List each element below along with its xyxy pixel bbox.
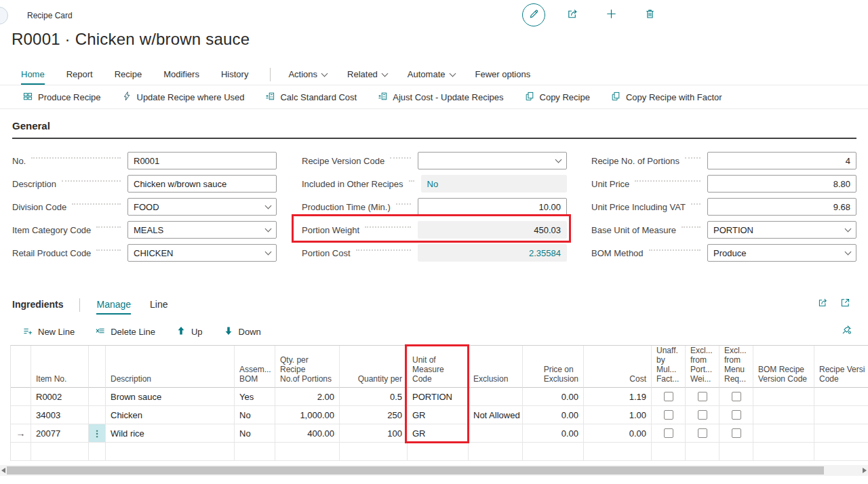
portion-cost-value[interactable]: 2.35584 (418, 244, 567, 262)
tab-home[interactable]: Home (21, 69, 45, 85)
bom-recipe-version-code-cell[interactable] (753, 406, 814, 424)
checkbox-excl-port-row-3[interactable] (698, 428, 707, 438)
general-section-heading[interactable]: General (12, 120, 856, 139)
header-item-no[interactable]: Item No. (31, 346, 89, 388)
edit-button[interactable] (522, 3, 545, 26)
delete-button[interactable] (638, 3, 661, 26)
row-selector-cell[interactable] (11, 388, 31, 406)
price-on-exclusion-cell[interactable]: 0.00 (523, 388, 584, 406)
ajust-cost-update-recipes-button[interactable]: Ajust Cost - Update Recipes (377, 91, 503, 104)
description-cell[interactable]: Chicken (106, 406, 235, 424)
included-in-other-recipes-value[interactable]: No (421, 175, 567, 193)
open-in-new-window-icon[interactable] (840, 297, 851, 311)
description-input[interactable] (127, 175, 277, 193)
cost-cell[interactable]: 1.00 (584, 406, 652, 424)
tab-manage[interactable]: Manage (96, 299, 131, 315)
copy-recipe-with-factor-button[interactable]: Copy Recipe with Factor (610, 91, 722, 104)
produce-recipe-button[interactable]: Produce Recipe (22, 91, 101, 104)
update-recipe-where-used-button[interactable]: Update Recipe where Used (121, 91, 245, 104)
unit-of-measure-cell[interactable]: GR (408, 424, 469, 443)
tab-line[interactable]: Line (150, 299, 167, 315)
horizontal-scrollbar[interactable] (0, 465, 868, 476)
checkbox-excl-menu-row-3[interactable] (732, 428, 741, 438)
checkbox-excl-port-row-1[interactable] (698, 392, 707, 401)
checkbox-excl-port-row-2[interactable] (698, 410, 707, 420)
item-no-cell[interactable]: R0002 (31, 388, 89, 406)
unit-price-input[interactable] (707, 175, 856, 193)
cost-cell[interactable]: 0.00 (584, 424, 652, 443)
recipe-no-of-portions-input[interactable] (707, 152, 856, 169)
header-assembly-bom[interactable]: Assem... BOM (235, 346, 275, 388)
description-cell[interactable]: Wild rice (106, 424, 235, 443)
exclusion-cell[interactable]: Not Allowed (469, 406, 523, 424)
quantity-per-cell[interactable]: 250 (340, 406, 408, 424)
tab-report[interactable]: Report (66, 69, 93, 85)
tab-recipe[interactable]: Recipe (115, 69, 142, 85)
division-code-select[interactable]: FOOD (127, 198, 277, 216)
checkbox-excl-menu-row-1[interactable] (732, 392, 741, 401)
checkbox-unaff-row-2[interactable] (664, 410, 673, 420)
price-on-exclusion-cell[interactable]: 0.00 (523, 406, 584, 424)
tab-modifiers[interactable]: Modifiers (163, 69, 199, 85)
recipe-version-code-select[interactable] (418, 152, 567, 169)
header-excl-from-port-wei[interactable]: Excl... from Port... Wei... (686, 346, 719, 388)
bom-recipe-version-code-cell[interactable] (753, 388, 814, 406)
share-button[interactable] (561, 3, 584, 26)
scroll-right-arrow-icon[interactable] (863, 468, 867, 473)
menu-actions[interactable]: Actions (288, 69, 327, 85)
qty-per-recipe-cell[interactable]: 1,000.00 (275, 406, 340, 424)
move-up-button[interactable]: Up (176, 325, 203, 338)
header-quantity-per[interactable]: Quantity per (340, 346, 408, 388)
qty-per-recipe-cell[interactable]: 2.00 (275, 388, 340, 406)
exclusion-cell[interactable] (469, 424, 523, 443)
header-unaff-by-mul-fact[interactable]: Unaff. by Mul... Fact... (652, 346, 686, 388)
header-recipe-version-code[interactable]: Recipe Versi Code (814, 346, 868, 388)
menu-automate[interactable]: Automate (408, 69, 455, 85)
fewer-options[interactable]: Fewer options (475, 69, 531, 85)
description-cell[interactable]: Brown sauce (106, 388, 235, 406)
header-unit-of-measure-code[interactable]: Unit of Measure Code (408, 346, 469, 388)
tab-history[interactable]: History (221, 69, 248, 85)
header-bom-recipe-version-code[interactable]: BOM Recipe Version Code (753, 346, 814, 388)
header-qty-per-recipe[interactable]: Qty. per Recipe No.of Portions (275, 346, 340, 388)
new-button[interactable] (599, 3, 623, 26)
quantity-per-cell[interactable]: 100 (340, 424, 408, 443)
copy-recipe-button[interactable]: Copy Recipe (524, 91, 590, 104)
assembly-bom-cell[interactable]: Yes (235, 388, 275, 406)
scroll-left-arrow-icon[interactable] (1, 468, 5, 473)
new-line-button[interactable]: New Line (22, 325, 75, 338)
checkbox-unaff-row-1[interactable] (664, 392, 673, 401)
quantity-per-cell[interactable]: 0.5 (340, 388, 408, 406)
no-input[interactable] (127, 152, 277, 169)
checkbox-excl-menu-row-2[interactable] (732, 410, 741, 420)
pin-icon[interactable] (841, 324, 852, 338)
price-on-exclusion-cell[interactable]: 0.00 (523, 424, 584, 443)
production-time-input[interactable] (418, 198, 567, 216)
recipe-version-code-cell[interactable] (814, 424, 868, 443)
back-button[interactable] (0, 7, 8, 24)
recipe-version-code-cell[interactable] (814, 388, 868, 406)
retail-product-code-select[interactable]: CHICKEN (127, 244, 277, 262)
assembly-bom-cell[interactable]: No (235, 406, 275, 424)
cost-cell[interactable]: 1.19 (584, 388, 652, 406)
portion-weight-value[interactable]: 450.03 (418, 221, 567, 239)
item-no-cell[interactable]: 34003 (31, 406, 89, 424)
exclusion-cell[interactable] (469, 388, 523, 406)
delete-line-button[interactable]: Delete Line (95, 325, 155, 338)
scrollbar-thumb[interactable] (7, 466, 824, 475)
unit-of-measure-cell[interactable]: GR (408, 406, 469, 424)
header-cost[interactable]: Cost (584, 346, 652, 388)
move-down-button[interactable]: Down (223, 325, 261, 338)
menu-related[interactable]: Related (347, 69, 387, 85)
header-exclusion[interactable]: Exclusion (469, 346, 523, 388)
unit-of-measure-cell[interactable]: PORTION (408, 388, 469, 406)
row-menu-cell[interactable] (89, 406, 106, 424)
bom-recipe-version-code-cell[interactable] (753, 424, 814, 443)
bom-method-select[interactable]: Produce (707, 244, 856, 262)
share-icon[interactable] (817, 297, 829, 311)
unit-price-including-vat-input[interactable] (707, 198, 856, 216)
calc-standard-cost-button[interactable]: Calc Standard Cost (264, 91, 357, 104)
row-menu-cell[interactable]: ⋮ (89, 424, 106, 443)
header-excl-from-menu-req[interactable]: Excl... from Menu Req... (719, 346, 753, 388)
assembly-bom-cell[interactable]: No (235, 424, 275, 443)
